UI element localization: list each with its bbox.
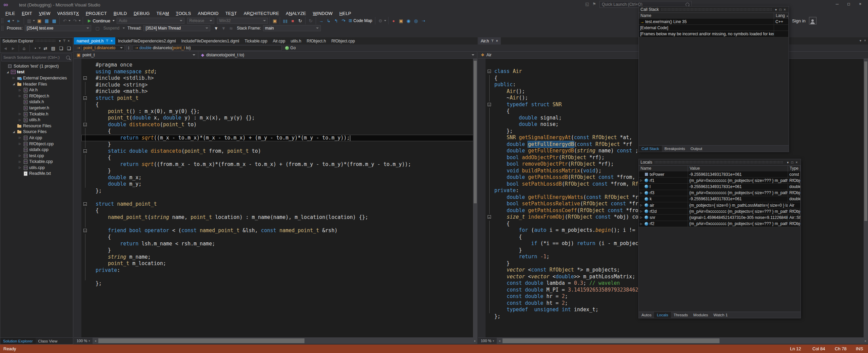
panel-title-button[interactable]: ⊤ xyxy=(62,39,66,43)
fold-marker[interactable] xyxy=(81,201,90,208)
code-line[interactable]: } xyxy=(81,247,477,254)
configuration-combo[interactable]: Release xyxy=(187,18,214,24)
tool-window-tab[interactable]: Breakpoints xyxy=(662,146,688,152)
continue-button[interactable]: ▶ Continue xyxy=(88,18,115,23)
tree-item[interactable]: ◢ Source Files xyxy=(0,129,73,135)
menu-item[interactable]: PROJECT xyxy=(82,11,110,16)
code-line[interactable]: return lsh.m_name < rsh.m_name; xyxy=(81,241,477,247)
fold-marker[interactable] xyxy=(486,194,494,201)
fold-marker[interactable] xyxy=(486,247,494,254)
scroll-up-icon[interactable]: ▴ xyxy=(787,14,788,17)
document-tab[interactable]: Air.cpp ⊤ × xyxy=(270,37,288,44)
expander-icon[interactable]: ◢ xyxy=(6,71,9,74)
expander-icon[interactable]: ▷ xyxy=(18,154,22,157)
toolbar-button[interactable]: ➝ xyxy=(420,17,427,24)
stack-frame-combo[interactable]: main xyxy=(263,25,321,31)
fold-marker[interactable] xyxy=(486,101,494,108)
call-stack-frame-row[interactable]: →[External Code] xyxy=(639,25,789,31)
tree-item[interactable]: ▷ Air.cpp xyxy=(0,135,73,141)
expander-icon[interactable]: ▷ xyxy=(18,89,22,92)
toolbar-button[interactable]: ◎ xyxy=(412,17,420,24)
fold-marker[interactable] xyxy=(486,68,494,75)
fold-marker[interactable] xyxy=(486,108,494,115)
document-tab[interactable]: Tickable.cpp ⊤ × xyxy=(242,37,270,44)
scrollbar-thumb[interactable] xyxy=(864,61,867,221)
fold-marker[interactable] xyxy=(486,134,494,141)
code-line[interactable]: friend bool operator < (const named_poin… xyxy=(81,227,477,234)
tree-item[interactable]: Resource Files xyxy=(0,123,73,129)
scrollbar-thumb[interactable] xyxy=(98,338,304,343)
tree-item[interactable]: ◢ Header Files xyxy=(0,81,73,87)
code-line[interactable]: }; xyxy=(81,280,477,287)
fold-marker[interactable] xyxy=(81,194,90,201)
document-tab[interactable]: IncludeFileDependencies1.dgml ⊤ × xyxy=(179,37,242,44)
fold-marker[interactable] xyxy=(81,168,90,174)
tool-window-tab[interactable]: Threads xyxy=(671,312,691,318)
sign-in-label[interactable]: Sign in xyxy=(792,18,806,23)
expander-icon[interactable]: ▷ xyxy=(18,166,22,169)
scroll-left-icon[interactable]: ◂ xyxy=(93,339,98,342)
suspend-icon[interactable]: ▢ xyxy=(94,24,101,32)
code-line[interactable]: } xyxy=(81,168,477,174)
thread-filter-icon[interactable]: ▼ xyxy=(220,24,227,32)
expander-icon[interactable]: ◢ xyxy=(12,130,16,133)
fold-marker[interactable] xyxy=(81,241,90,247)
panel-title-button[interactable]: □ xyxy=(778,8,783,12)
fold-marker[interactable] xyxy=(81,174,90,181)
menu-item[interactable]: HELP xyxy=(336,11,355,16)
tree-item[interactable]: ▷ Tickable.cpp xyxy=(0,159,73,165)
se-toolbar-button[interactable]: ⌂ xyxy=(19,45,28,52)
close-icon[interactable]: × xyxy=(496,39,498,43)
code-line[interactable]: struct point_t xyxy=(81,95,477,102)
fold-marker[interactable] xyxy=(81,181,90,188)
fold-marker[interactable] xyxy=(486,306,494,313)
scroll-right-icon[interactable]: ▸ xyxy=(473,339,477,342)
pin-icon[interactable]: ⊤ xyxy=(105,39,108,43)
code-line[interactable]: { xyxy=(81,207,477,214)
panel-title-button[interactable]: ▾ xyxy=(786,161,790,164)
close-icon[interactable]: × xyxy=(111,39,113,43)
toolbar-button[interactable]: ▣ xyxy=(397,17,405,24)
code-line[interactable]: { xyxy=(81,154,477,161)
solution-explorer-search-input[interactable]: Search Solution Explorer (Ctrl+;) xyxy=(1,53,72,61)
expander-icon[interactable]: ▷ xyxy=(18,136,22,139)
code-line[interactable]: static double distanceto(point_t from, p… xyxy=(81,148,477,155)
tool-window-tab[interactable]: Watch 1 xyxy=(711,312,730,318)
zoom-selector[interactable]: 100 %▾ xyxy=(74,338,93,344)
code-line[interactable]: return sqrt((m_x - to.m_x)*(m_x - to.m_x… xyxy=(81,135,477,142)
fold-marker[interactable] xyxy=(486,181,494,188)
toolbar-button[interactable]: ⚙ xyxy=(375,17,387,24)
debug-target-combo[interactable]: Auto xyxy=(117,18,184,24)
panel-title-button[interactable]: × xyxy=(66,39,71,43)
expander-icon[interactable]: ▷ xyxy=(18,160,22,163)
process-combo[interactable]: [2544] test.exe xyxy=(25,25,91,31)
toolbar-drag-handle[interactable] xyxy=(1,25,4,31)
panel-drag-texture[interactable] xyxy=(654,161,784,164)
panel-title-button[interactable]: ▾ xyxy=(774,8,778,12)
code-line[interactable]: using namespace std; xyxy=(81,69,477,75)
fold-marker[interactable] xyxy=(486,81,494,88)
nav-type-combo[interactable]: ▣ point_t xyxy=(74,52,198,58)
panel-title-button[interactable]: × xyxy=(794,161,799,164)
fold-marker[interactable] xyxy=(81,221,90,227)
tree-item[interactable]: stdafx.cpp xyxy=(0,147,73,153)
toolbar-button[interactable]: ▩ xyxy=(51,17,58,24)
fold-marker[interactable] xyxy=(486,148,494,154)
tree-item[interactable]: ReadMe.txt xyxy=(0,171,73,177)
fold-marker[interactable] xyxy=(486,201,494,207)
tab-overflow-icon[interactable]: ▾ xyxy=(860,39,861,42)
expander-icon[interactable]: ▷ xyxy=(18,118,22,122)
expander-icon[interactable]: ▷ xyxy=(640,222,644,225)
thread-filter-icon[interactable]: ≋ xyxy=(227,24,235,32)
fold-marker[interactable] xyxy=(81,148,90,155)
fold-marker[interactable] xyxy=(486,121,494,128)
fold-marker[interactable] xyxy=(486,293,494,300)
fold-marker[interactable] xyxy=(81,75,90,82)
local-variable-row[interactable]: ▷ l -9.2559631349317831e+061 double xyxy=(639,184,801,190)
expander-icon[interactable]: ◢ xyxy=(12,82,16,86)
tree-item[interactable]: ▷ test.cpp xyxy=(0,153,73,159)
code-line[interactable]: }; xyxy=(81,188,477,194)
local-variable-row[interactable]: ▷ rf2d {m_pAir=0xcccccccc {m_pobjects={ … xyxy=(639,208,801,215)
expander-icon[interactable]: ▷ xyxy=(12,76,16,79)
fold-marker[interactable] xyxy=(81,135,90,142)
